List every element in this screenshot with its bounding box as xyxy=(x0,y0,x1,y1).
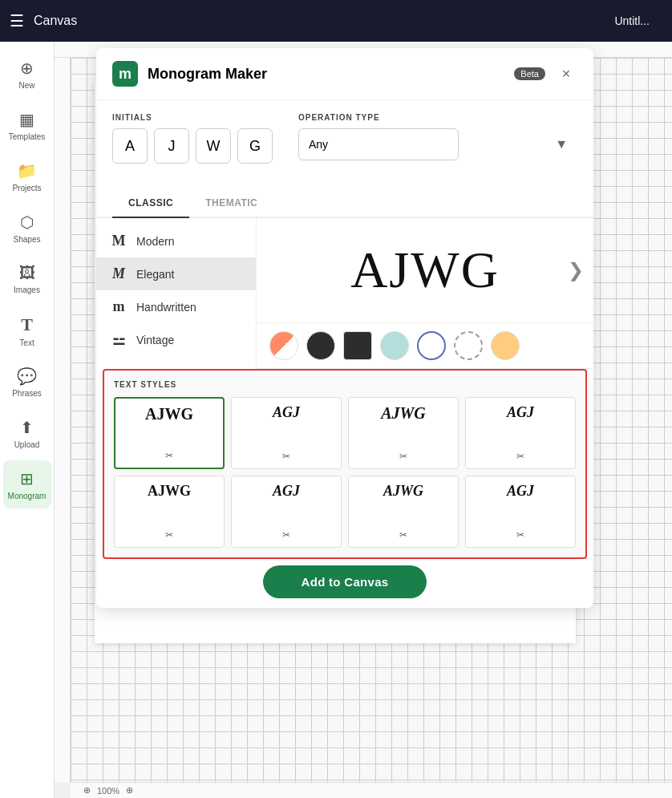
initial-A[interactable]: A xyxy=(112,128,148,164)
sidebar-item-templates[interactable]: ▦ Templates xyxy=(3,101,51,149)
sidebar-item-images[interactable]: 🖼 Images xyxy=(3,255,51,303)
text-icon: T xyxy=(21,314,33,335)
style-modern-label: Modern xyxy=(136,235,174,248)
sidebar-item-text[interactable]: T Text xyxy=(3,306,51,354)
close-button[interactable]: × xyxy=(555,63,577,85)
style-vintage-label: Vintage xyxy=(136,334,174,346)
sidebar-label-phrases: Phrases xyxy=(12,389,42,398)
plus-icon: ⊕ xyxy=(20,59,34,78)
add-to-canvas-button[interactable]: Add to Canvas xyxy=(263,565,427,598)
style-vintage[interactable]: ⚍ Vintage xyxy=(96,323,256,357)
preview-section: AJWG ❯ xyxy=(257,218,593,369)
initials-section: INITIALS A J W G OPERATION TYPE Any Clas… xyxy=(112,113,577,164)
sidebar-label-upload: Upload xyxy=(14,440,40,449)
card-monogram-4: AGJ xyxy=(507,404,534,421)
style-elegant[interactable]: M Elegant xyxy=(96,257,256,290)
swatch-dashed[interactable] xyxy=(454,331,483,360)
monogram-icon: ⊞ xyxy=(20,469,34,488)
color-row xyxy=(257,322,593,369)
images-icon: 🖼 xyxy=(19,264,35,282)
style-list: M Modern M Elegant m Handwritten ⚍ Vinta… xyxy=(96,218,257,369)
swatch-peach[interactable] xyxy=(491,331,520,360)
sidebar-item-upload[interactable]: ⬆ Upload xyxy=(3,409,51,457)
sidebar-item-phrases[interactable]: 💬 Phrases xyxy=(3,358,51,406)
tab-classic[interactable]: CLASSIC xyxy=(112,189,189,218)
templates-icon: ▦ xyxy=(19,110,34,129)
scissors-icon-3: ✂ xyxy=(399,451,407,462)
sidebar-item-shapes[interactable]: ⬡ Shapes xyxy=(3,204,51,252)
sidebar-item-projects[interactable]: 📁 Projects xyxy=(3,152,51,201)
tab-thematic[interactable]: THEMATIC xyxy=(189,189,273,218)
card-monogram-6: AGJ xyxy=(273,483,300,500)
sidebar-label-shapes: Shapes xyxy=(14,235,41,244)
sidebar-item-new[interactable]: ⊕ New xyxy=(3,50,51,98)
card-monogram-2: AGJ xyxy=(273,404,300,421)
projects-icon: 📁 xyxy=(17,161,37,180)
initials-field: INITIALS A J W G xyxy=(112,113,273,164)
sidebar-item-monogram[interactable]: ⊞ Monogram xyxy=(3,460,51,508)
text-style-card-1[interactable]: AJWG ✂ xyxy=(114,397,225,469)
panel-body: INITIALS A J W G OPERATION TYPE Any Clas… xyxy=(96,100,593,189)
vintage-icon: ⚍ xyxy=(109,331,128,349)
card-monogram-7: AJWG xyxy=(383,483,423,500)
scissors-icon-1: ✂ xyxy=(165,450,173,461)
initial-G[interactable]: G xyxy=(237,128,273,164)
text-styles-container: TEXT STYLES AJWG ✂ AGJ ✂ AJWG ✂ AGJ ✂ AJ… xyxy=(103,369,587,559)
handwritten-icon: m xyxy=(109,298,128,315)
swatch-blue-outline[interactable] xyxy=(417,331,446,360)
text-style-card-5[interactable]: AJWG ✂ xyxy=(114,476,225,548)
sidebar-label-images: Images xyxy=(14,286,40,294)
shapes-icon: ⬡ xyxy=(20,213,34,232)
text-style-card-3[interactable]: AJWG ✂ xyxy=(348,397,459,469)
elegant-icon: M xyxy=(109,265,128,282)
sidebar-label-text: Text xyxy=(19,338,34,347)
preview-next-button[interactable]: ❯ xyxy=(568,259,584,282)
panel-content: M Modern M Elegant m Handwritten ⚍ Vinta… xyxy=(96,218,593,369)
card-monogram-5: AJWG xyxy=(148,483,191,500)
scissors-icon-7: ✂ xyxy=(399,529,407,541)
initials-label: INITIALS xyxy=(112,113,273,122)
zoom-decrease[interactable]: ⊕ xyxy=(83,785,91,796)
sidebar-label-templates: Templates xyxy=(9,132,46,141)
card-monogram-3: AJWG xyxy=(381,404,426,423)
ruler-vertical xyxy=(55,58,71,782)
panel-title: Monogram Maker xyxy=(148,66,504,83)
scissors-icon-6: ✂ xyxy=(282,529,290,541)
operation-type-field: OPERATION TYPE Any Classic Thematic ▼ xyxy=(298,113,577,160)
text-style-card-2[interactable]: AGJ ✂ xyxy=(231,397,342,469)
swatch-teal[interactable] xyxy=(380,331,409,360)
operation-select[interactable]: Any Classic Thematic xyxy=(298,128,459,160)
text-style-card-4[interactable]: AGJ ✂ xyxy=(465,397,576,469)
text-style-card-7[interactable]: AJWG ✂ xyxy=(348,476,459,548)
style-handwritten-label: Handwritten xyxy=(136,301,196,314)
initial-J[interactable]: J xyxy=(154,128,189,164)
phrases-icon: 💬 xyxy=(17,367,37,386)
text-styles-grid: AJWG ✂ AGJ ✂ AJWG ✂ AGJ ✂ AJWG ✂ AGJ ✂ xyxy=(114,397,576,548)
text-style-card-8[interactable]: AGJ ✂ xyxy=(465,476,576,548)
style-modern[interactable]: M Modern xyxy=(96,225,256,257)
scissors-icon-2: ✂ xyxy=(282,451,290,462)
style-elegant-label: Elegant xyxy=(136,268,174,281)
swatch-black-square[interactable] xyxy=(343,331,372,360)
initial-W[interactable]: W xyxy=(196,128,231,164)
app-title: Canvas xyxy=(34,14,614,28)
card-monogram-1: AJWG xyxy=(145,405,193,423)
operation-select-wrapper: Any Classic Thematic ▼ xyxy=(298,128,577,160)
zoom-increase[interactable]: ⊕ xyxy=(126,785,133,796)
preview-monogram: AJWG xyxy=(350,241,500,300)
upload-icon: ⬆ xyxy=(20,418,34,437)
sidebar: ⊕ New ▦ Templates 📁 Projects ⬡ Shapes 🖼 … xyxy=(0,42,55,798)
select-arrow-icon: ▼ xyxy=(555,137,568,152)
beta-badge: Beta xyxy=(514,67,545,80)
text-style-card-6[interactable]: AGJ ✂ xyxy=(231,476,342,548)
zoom-bar: ⊕ 100% ⊕ xyxy=(71,782,672,798)
style-handwritten[interactable]: m Handwritten xyxy=(96,290,256,323)
menu-icon[interactable]: ☰ xyxy=(10,11,24,30)
swatch-black-circle[interactable] xyxy=(306,331,335,360)
text-styles-label: TEXT STYLES xyxy=(114,380,576,389)
scissors-icon-4: ✂ xyxy=(516,451,524,462)
sidebar-label-new: New xyxy=(18,81,34,90)
zoom-level: 100% xyxy=(97,786,119,796)
monogram-panel: m Monogram Maker Beta × INITIALS A J W G… xyxy=(96,48,593,608)
swatch-diagonal[interactable] xyxy=(269,331,298,360)
